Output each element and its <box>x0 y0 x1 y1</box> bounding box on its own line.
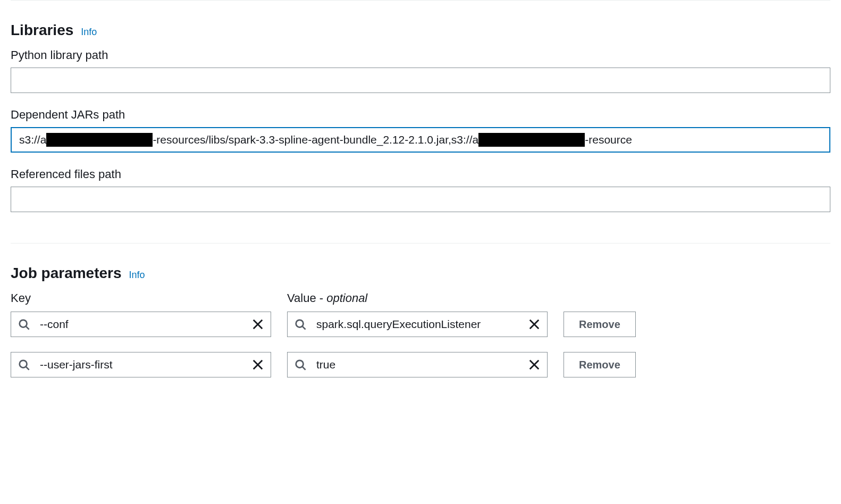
redacted-block <box>46 133 153 147</box>
svg-line-5 <box>302 326 306 330</box>
libraries-info-link[interactable]: Info <box>81 27 97 38</box>
key-input-wrap <box>11 312 271 337</box>
job-parameters-header: Job parameters Info <box>11 265 830 282</box>
referenced-path-input[interactable] <box>11 187 830 212</box>
value-label: Value - optional <box>287 291 367 305</box>
value-input-wrap <box>287 352 548 377</box>
referenced-path-label: Referenced files path <box>11 167 830 181</box>
svg-point-4 <box>296 320 304 327</box>
referenced-path-field: Referenced files path <box>11 167 830 212</box>
libraries-section: Libraries Info Python library path Depen… <box>11 1 830 243</box>
svg-line-13 <box>302 367 306 370</box>
job-parameters-section: Job parameters Info Key Value - optional <box>11 243 830 408</box>
param-row: Remove <box>11 352 830 377</box>
jars-path-middle: -resources/libs/spark-3.3-spline-agent-b… <box>153 133 478 146</box>
job-parameters-info-link[interactable]: Info <box>129 270 145 281</box>
columns-header: Key Value - optional <box>11 291 830 305</box>
libraries-header: Libraries Info <box>11 22 830 39</box>
close-icon[interactable] <box>528 318 540 330</box>
job-parameters-title: Job parameters <box>11 265 122 282</box>
svg-point-0 <box>20 320 27 327</box>
jars-path-prefix: s3://a <box>19 133 46 146</box>
close-icon[interactable] <box>528 359 540 371</box>
remove-button[interactable]: Remove <box>564 352 636 377</box>
value-input-wrap <box>287 312 548 337</box>
jars-path-field: Dependent JARs path s3://a-resources/lib… <box>11 108 830 153</box>
redacted-block <box>478 133 585 147</box>
python-path-field: Python library path <box>11 48 830 93</box>
svg-line-1 <box>26 326 29 330</box>
remove-button[interactable]: Remove <box>564 312 636 337</box>
search-icon <box>295 359 306 371</box>
value-label-text: Value - <box>287 291 326 305</box>
key-column-header: Key <box>11 291 271 305</box>
param-key-input[interactable] <box>11 312 271 337</box>
close-icon[interactable] <box>252 318 264 330</box>
svg-point-8 <box>20 360 27 368</box>
value-column-header: Value - optional <box>287 291 548 305</box>
search-icon <box>18 318 30 330</box>
param-value-input[interactable] <box>287 312 548 337</box>
search-icon <box>18 359 30 371</box>
param-value-input[interactable] <box>287 352 548 377</box>
svg-point-12 <box>296 360 304 368</box>
jars-path-input[interactable]: s3://a-resources/libs/spark-3.3-spline-a… <box>11 127 830 153</box>
svg-line-9 <box>26 367 29 370</box>
key-label: Key <box>11 291 31 305</box>
value-optional-text: optional <box>326 291 367 305</box>
jars-path-label: Dependent JARs path <box>11 108 830 122</box>
param-row: Remove <box>11 312 830 337</box>
close-icon[interactable] <box>252 359 264 371</box>
param-key-input[interactable] <box>11 352 271 377</box>
jars-path-suffix: -resource <box>585 133 632 146</box>
key-input-wrap <box>11 352 271 377</box>
python-path-input[interactable] <box>11 68 830 93</box>
python-path-label: Python library path <box>11 48 830 62</box>
libraries-title: Libraries <box>11 22 73 39</box>
search-icon <box>295 318 306 330</box>
